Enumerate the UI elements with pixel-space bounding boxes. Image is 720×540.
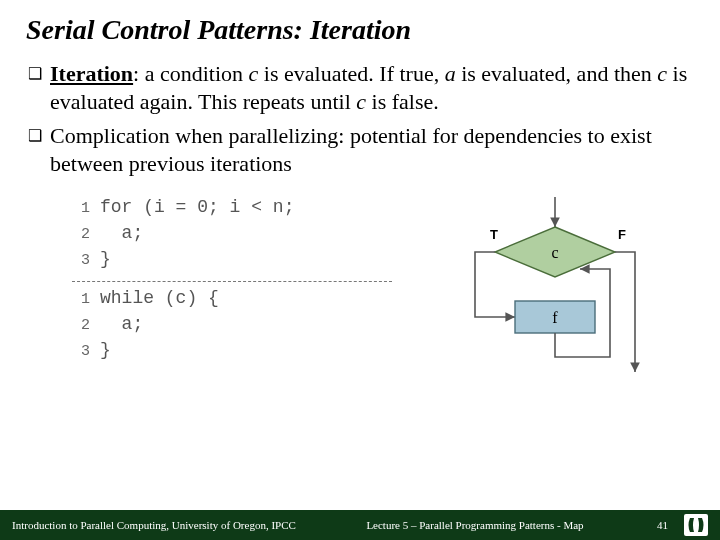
t: is evaluated. If true, — [258, 61, 444, 86]
svg-rect-1 — [684, 514, 708, 536]
code-line: 1for (i = 0; i < n; — [72, 197, 412, 223]
flow-cond-label: c — [551, 244, 558, 261]
code-line: 3} — [72, 340, 412, 366]
code-divider — [72, 281, 392, 282]
code-while: 1while (c) { 2 a; 3} — [72, 288, 412, 366]
code-text: while (c) { — [100, 288, 219, 308]
bullet-list: ❑ Iteration: a condition c is evaluated.… — [22, 60, 698, 179]
slide-title: Serial Control Patterns: Iteration — [22, 14, 698, 46]
t: is false. — [366, 89, 439, 114]
footer-bar: Introduction to Parallel Computing, Univ… — [0, 510, 720, 540]
flow-true-label: T — [490, 227, 498, 242]
code-for: 1for (i = 0; i < n; 2 a; 3} — [72, 197, 412, 275]
var-c: c — [356, 89, 366, 114]
flow-false-label: F — [618, 227, 626, 242]
var-a: a — [445, 61, 456, 86]
page-number: 41 — [638, 519, 674, 531]
var-c: c — [657, 61, 667, 86]
code-line: 2 a; — [72, 314, 412, 340]
flow-body-label: f — [552, 309, 558, 326]
var-c: c — [249, 61, 259, 86]
code-text: } — [100, 249, 111, 269]
bullet-marker: ❑ — [28, 122, 50, 178]
bullet-item: ❑ Complication when parallelizing: poten… — [28, 122, 698, 178]
code-line: 2 a; — [72, 223, 412, 249]
t: : a condition — [133, 61, 248, 86]
university-logo — [674, 514, 708, 536]
bullet-text: Iteration: a condition c is evaluated. I… — [50, 60, 698, 116]
line-number: 3 — [72, 343, 100, 360]
line-number: 3 — [72, 252, 100, 269]
line-number: 1 — [72, 291, 100, 308]
code-text: a; — [100, 223, 143, 243]
footer-left: Introduction to Parallel Computing, Univ… — [12, 519, 312, 531]
bullet-text: Complication when parallelizing: potenti… — [50, 122, 698, 178]
code-line: 1while (c) { — [72, 288, 412, 314]
code-text: } — [100, 340, 111, 360]
bullet-marker: ❑ — [28, 60, 50, 116]
flowchart: c T F f — [460, 197, 650, 377]
line-number: 1 — [72, 200, 100, 217]
flowchart-column: c T F f — [412, 197, 698, 377]
bullet-item: ❑ Iteration: a condition c is evaluated.… — [28, 60, 698, 116]
line-number: 2 — [72, 317, 100, 334]
code-text: a; — [100, 314, 143, 334]
code-line: 3} — [72, 249, 412, 275]
code-text: for (i = 0; i < n; — [100, 197, 294, 217]
figure-row: 1for (i = 0; i < n; 2 a; 3} 1while (c) {… — [22, 197, 698, 377]
code-column: 1for (i = 0; i < n; 2 a; 3} 1while (c) {… — [72, 197, 412, 366]
line-number: 2 — [72, 226, 100, 243]
t: is evaluated, and then — [456, 61, 658, 86]
term-iteration: Iteration — [50, 61, 133, 86]
footer-center: Lecture 5 – Parallel Programming Pattern… — [312, 519, 638, 531]
